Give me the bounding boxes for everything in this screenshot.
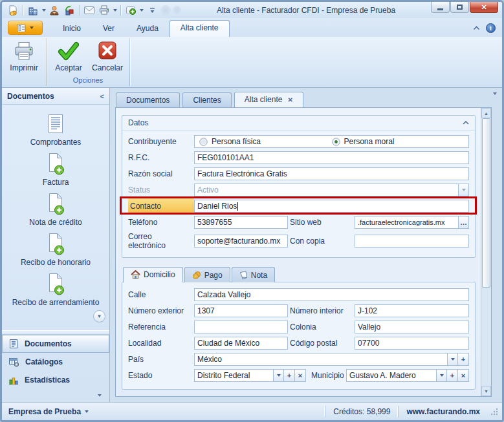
vertical-scrollbar[interactable]: ▲ ▼ <box>481 108 491 396</box>
radio-persona-moral[interactable]: Persona moral <box>332 137 469 146</box>
razon-social-row: Razón social <box>128 167 469 180</box>
clear-icon: × <box>461 372 465 379</box>
doc-tab-clientes[interactable]: Clientes <box>182 92 231 107</box>
tab-pago[interactable]: Pago <box>184 267 230 282</box>
scroll-up-icon: ▲ <box>484 111 488 116</box>
companies-dropdown-arrow-icon[interactable] <box>42 9 46 12</box>
contacto-input[interactable]: Daniel Rios <box>194 200 469 213</box>
municipio-clear-button[interactable]: × <box>458 369 469 382</box>
tab-domicilio[interactable]: Domicilio <box>123 267 183 282</box>
scrollbar-thumb[interactable] <box>482 118 490 288</box>
sidebar-item-comprobantes[interactable]: Comprobantes <box>30 114 82 147</box>
pais-input[interactable] <box>194 353 447 366</box>
company-selector[interactable]: Empresa de Prueba <box>8 407 89 416</box>
disabled-button-icon <box>160 5 171 16</box>
estado-input[interactable] <box>194 369 273 382</box>
tab-alta-cliente[interactable]: Alta cliente <box>170 20 230 37</box>
contribuyente-label: Contribuyente <box>128 137 194 146</box>
estado-municipio-row: Estado + × Municipio + <box>128 369 469 382</box>
ribbon-tab-row: Inicio Ver Ayuda Alta cliente i <box>2 18 502 37</box>
aceptar-button[interactable]: Aceptar <box>49 38 88 72</box>
collapse-chevron-icon[interactable] <box>463 121 469 125</box>
correo-input[interactable] <box>194 235 288 248</box>
print-button[interactable] <box>98 4 111 17</box>
telefono-input[interactable] <box>194 216 288 229</box>
estado-dropdown-button[interactable] <box>273 369 284 382</box>
scroll-up-button[interactable]: ▲ <box>481 108 491 118</box>
sidebar-splitter[interactable] <box>2 330 109 335</box>
estado-clear-button[interactable]: × <box>295 369 306 382</box>
sidebar-item-recibo-honorario[interactable]: Recibo de honorario <box>21 233 91 267</box>
sidebar-collapse-icon[interactable]: < <box>100 92 104 100</box>
ribbon-group-opciones: Aceptar Cancelar Opciones <box>47 37 129 87</box>
nav-overflow-arrow-icon[interactable] <box>98 394 102 397</box>
client-button[interactable] <box>48 4 61 17</box>
email-button[interactable] <box>83 4 96 17</box>
sitio-web-input[interactable] <box>355 216 458 229</box>
imprimir-button[interactable]: Imprimir <box>5 38 43 72</box>
add-window-icon <box>126 5 137 16</box>
doc-tab-alta-cliente[interactable]: Alta cliente ✕ <box>234 92 303 107</box>
application-menu-button[interactable] <box>8 21 43 35</box>
radio-persona-fisica[interactable]: Persona física <box>195 137 332 146</box>
localidad-input[interactable] <box>194 337 288 350</box>
sidebar-nav-catalogos[interactable]: Catálogos <box>2 353 109 371</box>
toolbar-overflow-button[interactable] <box>146 4 159 17</box>
tab-ver[interactable]: Ver <box>92 21 126 37</box>
help-info-icon[interactable]: i <box>486 23 496 33</box>
resize-grip-icon[interactable] <box>490 408 498 416</box>
tab-inicio[interactable]: Inicio <box>52 21 92 37</box>
website-link[interactable]: www.facturando.mx <box>398 406 488 417</box>
scroll-down-button[interactable]: ▼ <box>481 386 491 396</box>
print-dropdown-arrow-icon[interactable] <box>113 9 117 12</box>
add-dropdown-arrow-icon[interactable] <box>140 9 144 12</box>
con-copia-input[interactable] <box>355 235 469 248</box>
contacto-value: Daniel Rios <box>197 202 237 211</box>
municipio-dropdown-button[interactable] <box>436 369 447 382</box>
pais-dropdown-button[interactable] <box>447 353 458 366</box>
add-window-button[interactable] <box>124 4 137 17</box>
companies-button[interactable] <box>27 4 39 17</box>
codigo-postal-input[interactable] <box>355 337 469 350</box>
pais-add-button[interactable]: + <box>458 353 469 366</box>
maximize-button[interactable] <box>450 2 469 13</box>
referencia-input[interactable] <box>194 321 288 333</box>
group-label-spacer <box>5 76 43 87</box>
municipio-input[interactable] <box>346 369 436 382</box>
sidebar-item-nota-credito[interactable]: Nota de crédito <box>29 193 82 227</box>
razon-social-input[interactable] <box>194 167 469 180</box>
import-button[interactable] <box>63 4 76 17</box>
new-invoice-button[interactable] <box>6 4 19 17</box>
detail-tabs: Domicilio Pago Nota <box>122 267 476 282</box>
sidebar-nav-estadisticas[interactable]: Estadísticas <box>2 371 109 389</box>
sidebar-scroll-down-button[interactable]: ▼ <box>93 310 105 322</box>
tab-ayuda[interactable]: Ayuda <box>126 21 170 37</box>
sidebar-item-factura[interactable]: Factura <box>43 153 69 187</box>
form-area: Datos Contribuyente Persona física <box>116 108 481 396</box>
sidebar-item-recibo-arrendamiento[interactable]: Recibo de arrendamiento <box>12 273 100 307</box>
estado-combo: + × <box>194 369 306 382</box>
sitio-web-browse-button[interactable]: … <box>458 216 469 229</box>
calle-input[interactable] <box>194 288 469 301</box>
cancelar-button[interactable]: Cancelar <box>88 38 127 72</box>
close-button[interactable]: ✕ <box>470 2 498 13</box>
numero-exterior-input[interactable] <box>194 304 288 317</box>
minimize-ribbon-chevron-icon[interactable] <box>473 26 480 30</box>
note-icon <box>239 271 248 280</box>
tab-close-icon[interactable]: ✕ <box>287 96 292 103</box>
plus-icon: + <box>461 355 465 363</box>
imprimir-label: Imprimir <box>10 63 38 72</box>
person-icon <box>49 5 60 16</box>
tab-list-button[interactable] <box>492 95 497 104</box>
colonia-input[interactable] <box>355 321 469 333</box>
scrollbar-track[interactable] <box>481 288 491 386</box>
rfc-input[interactable] <box>194 151 469 164</box>
numero-interior-input[interactable] <box>355 304 469 317</box>
tab-nota[interactable]: Nota <box>232 267 275 282</box>
municipio-add-button[interactable]: + <box>447 369 458 382</box>
calle-row: Calle <box>128 288 469 301</box>
doc-tab-documentos[interactable]: Documentos <box>116 92 180 107</box>
sidebar-nav-documentos[interactable]: Documentos <box>2 335 109 353</box>
estado-add-button[interactable]: + <box>284 369 295 382</box>
minimize-button[interactable] <box>431 2 450 13</box>
